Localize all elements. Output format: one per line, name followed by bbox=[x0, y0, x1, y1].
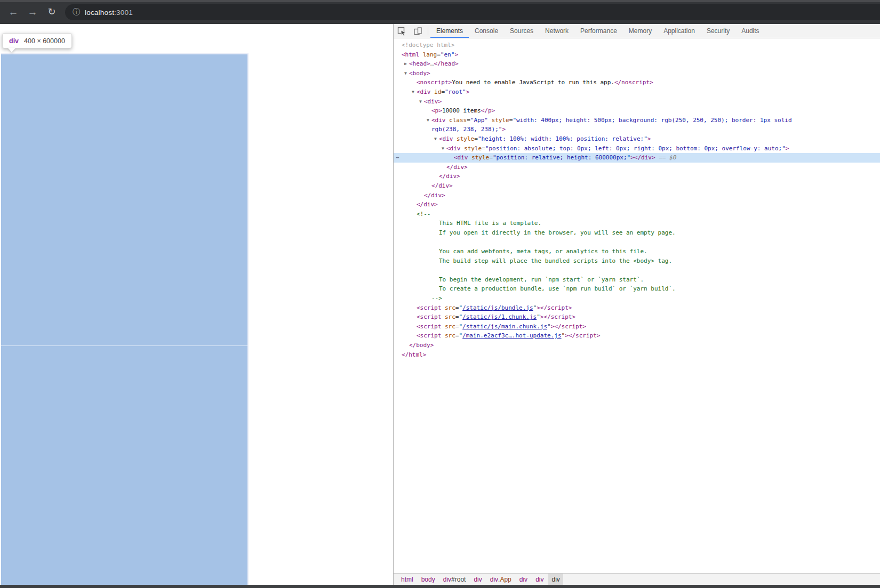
code-segment: "width: 400px; height: 500px; background… bbox=[513, 117, 791, 124]
row-overflow-dots[interactable]: ⋯ bbox=[396, 153, 400, 163]
collapse-arrow-icon[interactable]: ▼ bbox=[440, 144, 446, 154]
site-info-icon[interactable]: ⓘ bbox=[73, 7, 80, 17]
code-segment: <!-- bbox=[417, 211, 431, 218]
tree-row[interactable]: ▼<body> bbox=[394, 69, 880, 78]
breadcrumb-item[interactable]: div bbox=[548, 574, 563, 585]
tree-row[interactable]: <html lang="en"> bbox=[394, 50, 880, 60]
tree-row[interactable]: </body> bbox=[394, 341, 880, 350]
breadcrumb-segment: #root bbox=[451, 576, 466, 583]
window-bottom-edge bbox=[0, 585, 880, 588]
code-segment: <noscript> bbox=[417, 79, 452, 86]
code-segment: </noscript> bbox=[614, 79, 653, 86]
tooltip-tag-name: div bbox=[9, 37, 19, 45]
tab-console[interactable]: Console bbox=[469, 24, 504, 38]
collapse-arrow-icon[interactable]: ▼ bbox=[418, 97, 423, 107]
tab-memory[interactable]: Memory bbox=[623, 24, 658, 38]
tab-sources[interactable]: Sources bbox=[504, 24, 539, 38]
inspect-element-button[interactable] bbox=[394, 24, 410, 38]
tree-row[interactable]: ▼<div style="position: absolute; top: 0p… bbox=[394, 144, 880, 154]
tab-application[interactable]: Application bbox=[658, 24, 701, 38]
code-segment: " bbox=[537, 313, 540, 320]
tab-elements[interactable]: Elements bbox=[430, 24, 469, 38]
tree-row-selected[interactable]: ⋯<div style="position: relative; height:… bbox=[394, 153, 880, 163]
tree-row[interactable]: ▼<div id="root"> bbox=[394, 87, 880, 97]
tree-row[interactable]: <!-- bbox=[394, 210, 880, 219]
tree-row[interactable]: <noscript>You need to enable JavaScript … bbox=[394, 78, 880, 87]
expand-arrow-icon[interactable]: ▶ bbox=[403, 59, 409, 69]
breadcrumb-item[interactable]: body bbox=[418, 574, 438, 585]
code-segment: /static/js/main.chunk.js bbox=[462, 323, 547, 330]
code-segment: =" bbox=[455, 323, 462, 330]
inspect-icon bbox=[397, 27, 406, 36]
tree-row[interactable]: This HTML file is a template. bbox=[394, 219, 880, 228]
forward-button[interactable]: → bbox=[25, 4, 41, 20]
tree-row[interactable]: --> bbox=[394, 294, 880, 303]
breadcrumb-item[interactable]: div bbox=[532, 574, 547, 585]
tab-network[interactable]: Network bbox=[539, 24, 574, 38]
device-toolbar-button[interactable] bbox=[410, 24, 426, 38]
breadcrumb-item[interactable]: div.App bbox=[487, 574, 515, 585]
tree-row[interactable]: </html> bbox=[394, 350, 880, 360]
code-segment: src bbox=[441, 332, 455, 339]
code-segment: =" bbox=[455, 313, 462, 320]
code-segment: </div> bbox=[431, 182, 453, 189]
code-segment: <script bbox=[417, 304, 441, 311]
collapse-arrow-icon[interactable]: ▼ bbox=[410, 87, 416, 97]
tree-row[interactable]: ▼<div> bbox=[394, 97, 880, 107]
tree-row[interactable]: </div> bbox=[394, 172, 880, 181]
breadcrumb-segment: .App bbox=[498, 576, 511, 583]
dimension-tooltip: div 400 × 600000 bbox=[2, 33, 72, 49]
tree-row[interactable]: <script src="/static/js/main.chunk.js"><… bbox=[394, 322, 880, 332]
breadcrumb-item[interactable]: div#root bbox=[440, 574, 469, 585]
code-segment: "en" bbox=[441, 51, 455, 58]
tab-security[interactable]: Security bbox=[701, 24, 735, 38]
code-segment: rgb(238, 238, 238);" bbox=[431, 126, 502, 133]
code-segment: "App" bbox=[470, 117, 488, 124]
tree-row[interactable]: rgb(238, 238, 238);"> bbox=[394, 125, 880, 134]
collapse-arrow-icon[interactable]: ▼ bbox=[433, 134, 438, 144]
breadcrumb-item[interactable]: div bbox=[516, 574, 531, 585]
code-segment: > bbox=[647, 135, 651, 142]
tree-row[interactable]: ▶<head>…</head> bbox=[394, 59, 880, 69]
collapse-arrow-icon[interactable]: ▼ bbox=[425, 116, 431, 125]
tree-row[interactable]: </div> bbox=[394, 181, 880, 191]
tree-row[interactable]: <script src="/static/js/1.chunk.js"></sc… bbox=[394, 312, 880, 322]
tree-row[interactable]: To create a production bundle, use `npm … bbox=[394, 284, 880, 294]
code-segment: <p> bbox=[431, 107, 442, 114]
code-segment: "root" bbox=[445, 88, 466, 95]
tree-row[interactable]: <!doctype html> bbox=[394, 41, 880, 50]
tree-row[interactable]: </div> bbox=[394, 191, 880, 200]
refresh-button[interactable]: ↻ bbox=[44, 4, 60, 20]
tree-row[interactable] bbox=[394, 237, 880, 247]
url-bar[interactable]: ⓘ localhost:3001 bbox=[65, 4, 880, 20]
code-segment: == bbox=[655, 154, 670, 161]
code-segment: <script bbox=[417, 332, 441, 339]
tree-row[interactable]: To begin the development, run `npm start… bbox=[394, 275, 880, 285]
tree-row[interactable]: The build step will place the bundled sc… bbox=[394, 256, 880, 266]
tab-performance[interactable]: Performance bbox=[574, 24, 623, 38]
element-seam-line bbox=[1, 345, 247, 346]
code-segment: ></div> bbox=[630, 154, 655, 161]
tree-row[interactable]: ▼<div style="height: 100%; width: 100%; … bbox=[394, 134, 880, 144]
tree-row[interactable]: <p>10000 items</p> bbox=[394, 106, 880, 116]
breadcrumb-item[interactable]: div bbox=[470, 574, 485, 585]
code-segment: /static/js/bundle.js bbox=[462, 304, 533, 311]
tree-row[interactable]: </div> bbox=[394, 163, 880, 172]
collapse-arrow-icon[interactable]: ▼ bbox=[403, 69, 409, 78]
code-segment: src bbox=[441, 304, 455, 311]
inspect-highlight-overlay bbox=[1, 53, 249, 585]
tree-row[interactable] bbox=[394, 265, 880, 275]
code-segment: You need to enable JavaScript to run thi… bbox=[452, 79, 614, 86]
code-segment: = bbox=[437, 51, 441, 58]
back-button[interactable]: ← bbox=[5, 4, 21, 20]
breadcrumb-item[interactable]: html bbox=[398, 574, 417, 585]
tree-row[interactable]: If you open it directly in the browser, … bbox=[394, 228, 880, 238]
tree-row[interactable]: ▼<div class="App" style="width: 400px; h… bbox=[394, 116, 880, 125]
tree-row[interactable]: <script src="/static/js/bundle.js"></scr… bbox=[394, 303, 880, 313]
tree-row[interactable]: You can add webfonts, meta tags, or anal… bbox=[394, 247, 880, 256]
tree-row[interactable]: </div> bbox=[394, 200, 880, 210]
code-segment: If you open it directly in the browser, … bbox=[439, 229, 676, 236]
code-segment: ></script> bbox=[565, 332, 600, 339]
tree-row[interactable]: <script src="/main.e2acf3c….hot-update.j… bbox=[394, 331, 880, 341]
tab-audits[interactable]: Audits bbox=[735, 24, 765, 38]
